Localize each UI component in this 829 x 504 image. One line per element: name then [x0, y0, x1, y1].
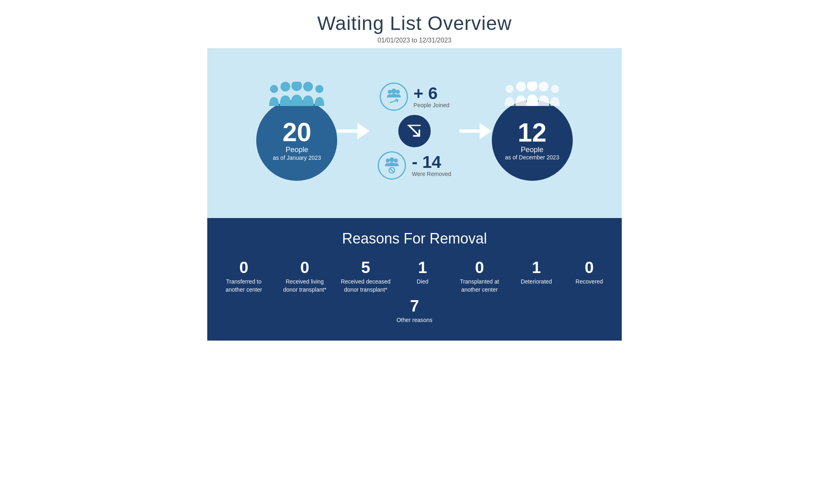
start-label: People [285, 145, 308, 155]
reason-item-1: 0Received living donor transplant* [278, 259, 331, 294]
removed-item: - 14 Were Removed [378, 151, 451, 180]
reasons-title: Reasons For Removal [215, 230, 614, 247]
reason-item-3: 1Died [400, 259, 445, 286]
center-arrow-circle [398, 115, 431, 147]
svg-point-19 [539, 82, 548, 91]
reason-label-2: Received deceased donor transplant* [339, 278, 392, 294]
removed-circle [378, 151, 406, 180]
start-group: 20 People as of January 2023 [256, 82, 337, 181]
reason-number-7: 7 [410, 298, 419, 314]
reason-number-5: 1 [532, 259, 541, 275]
reason-label-0: Transferred to another center [217, 278, 270, 294]
reason-number-1: 0 [300, 259, 309, 275]
people-group-right-icon [504, 82, 561, 110]
svg-line-9 [410, 126, 419, 136]
removed-number-group: - 14 Were Removed [412, 154, 451, 177]
middle-section: + 6 People Joined [378, 83, 451, 180]
reason-label-1: Received living donor transplant* [278, 278, 331, 294]
page-header: Waiting List Overview 01/01/2023 to 12/3… [207, 0, 622, 48]
reason-number-0: 0 [239, 259, 248, 275]
main-diagram: 20 People as of January 2023 [207, 48, 622, 218]
reason-label-7: Other reasons [397, 316, 433, 324]
date-range: 01/01/2023 to 12/31/2023 [215, 37, 614, 44]
end-number: 12 [518, 120, 546, 146]
people-joined-icon [386, 89, 402, 105]
reason-number-4: 0 [475, 259, 484, 275]
svg-line-15 [390, 168, 394, 172]
reason-item-0: 0Transferred to another center [217, 259, 270, 294]
svg-point-1 [281, 82, 290, 91]
svg-point-3 [303, 82, 313, 91]
svg-point-18 [527, 82, 538, 91]
svg-point-20 [551, 85, 559, 93]
svg-point-4 [315, 85, 323, 93]
joined-number-group: + 6 People Joined [414, 85, 450, 108]
reason-item-2: 5Received deceased donor transplant* [339, 259, 392, 294]
reason-item-6: 0Recovered [567, 259, 612, 286]
people-icons-left [268, 82, 325, 110]
reason-number-6: 0 [585, 259, 594, 275]
svg-point-7 [396, 90, 400, 94]
reason-item-5: 1Deteriorated [514, 259, 559, 286]
joined-item: + 6 People Joined [380, 83, 450, 111]
joined-circle [380, 83, 408, 111]
reason-number-3: 1 [418, 259, 427, 275]
reasons-section: Reasons For Removal 0Transferred to anot… [207, 218, 622, 341]
svg-point-5 [388, 90, 392, 94]
svg-line-8 [390, 100, 398, 103]
arrow-left [337, 123, 370, 139]
end-group: 12 People as of December 2023 [492, 82, 573, 181]
end-sublabel: as of December 2023 [505, 154, 559, 161]
down-arrow-icon [406, 122, 423, 140]
start-number: 20 [283, 119, 311, 145]
svg-point-13 [394, 159, 398, 163]
end-label: People [521, 146, 543, 154]
joined-number: + 6 [414, 85, 438, 102]
reason-item-7: 7Other reasons [392, 298, 437, 324]
svg-point-17 [516, 82, 526, 91]
svg-point-2 [291, 82, 302, 91]
joined-desc: People Joined [414, 102, 450, 108]
reason-label-3: Died [417, 278, 429, 286]
people-group-left-icon [268, 82, 325, 110]
reason-item-4: 0Transplanted at another center [453, 259, 506, 294]
svg-point-0 [270, 85, 278, 93]
removed-desc: Were Removed [412, 171, 451, 177]
people-icons-right [504, 82, 561, 110]
svg-point-6 [391, 89, 396, 93]
end-circle: 12 People as of December 2023 [492, 100, 573, 181]
reasons-grid: 0Transferred to another center0Received … [215, 259, 614, 324]
start-circle: 20 People as of January 2023 [256, 100, 337, 181]
svg-point-12 [389, 157, 394, 162]
removed-number: - 14 [412, 154, 441, 171]
reason-label-5: Deteriorated [521, 278, 552, 286]
svg-point-11 [386, 159, 390, 163]
reason-number-2: 5 [361, 259, 370, 275]
reason-label-6: Recovered [576, 278, 603, 286]
start-sublabel: as of January 2023 [273, 155, 321, 161]
page-title: Waiting List Overview [215, 12, 614, 34]
people-removed-icon [384, 157, 400, 174]
reason-label-4: Transplanted at another center [453, 278, 506, 294]
arrow-right [459, 123, 492, 139]
svg-point-16 [506, 85, 514, 93]
